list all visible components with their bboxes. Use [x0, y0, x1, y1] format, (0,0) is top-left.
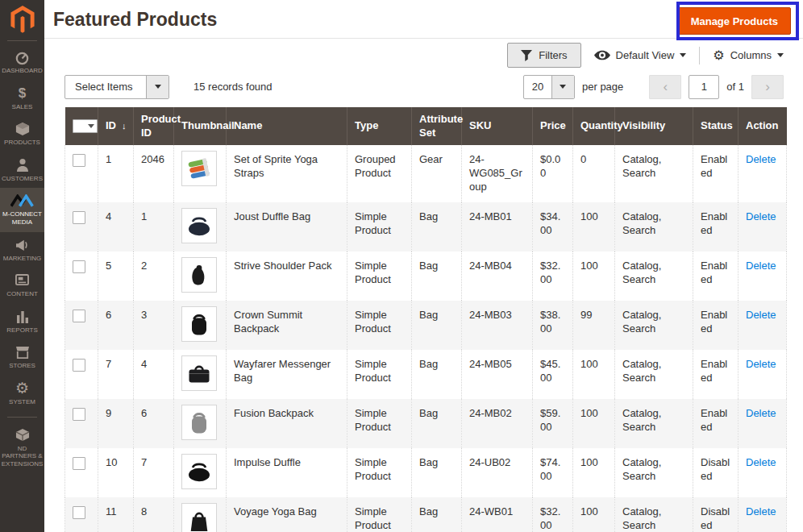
cell-product-id: 3 — [134, 301, 174, 350]
cell-name: Crown Summit Backpack — [227, 301, 347, 350]
chevron-down-icon — [680, 53, 686, 57]
sidebar-item-m-connect-media[interactable]: M-CONNECT MEDIA — [0, 188, 44, 231]
cell-attribute-set: Gear — [412, 145, 462, 202]
cell-attribute-set: Bag — [412, 301, 462, 350]
sidebar-item-nd-partners-extensions[interactable]: ND PARTNERS & EXTENSIONS — [0, 422, 44, 474]
next-page-button[interactable]: › — [751, 75, 784, 99]
products-grid: ID↓Product IDThumbnailNameTypeAttribute … — [64, 107, 787, 532]
column-header-visibility[interactable]: Visibility — [615, 107, 693, 145]
stores-icon — [15, 344, 30, 360]
column-header-attribute-set[interactable]: Attribute Set — [412, 107, 462, 145]
bulk-actions-select[interactable]: Select Items — [64, 75, 169, 99]
delete-link[interactable]: Delete — [746, 456, 776, 468]
cell-price: $59.00 — [533, 399, 573, 448]
cell-price: $34.00 — [533, 202, 573, 251]
columns-selector[interactable]: ⚙ Columns — [713, 49, 784, 62]
chevron-down-icon — [86, 124, 97, 128]
row-checkbox[interactable] — [73, 211, 85, 224]
delete-link[interactable]: Delete — [746, 407, 776, 419]
column-header-sku[interactable]: SKU — [462, 107, 533, 145]
delete-link[interactable]: Delete — [746, 309, 776, 321]
cell-product-id: 4 — [134, 350, 174, 399]
cell-visibility: Catalog, Search — [615, 399, 693, 448]
reports-icon — [16, 309, 29, 325]
cell-checkbox — [65, 301, 98, 350]
row-checkbox[interactable] — [73, 359, 85, 372]
dashboard-icon — [15, 49, 30, 65]
cell-thumbnail — [174, 448, 227, 497]
cell-visibility: Catalog, Search — [615, 350, 693, 399]
sidebar-item-marketing[interactable]: MARKETING — [0, 232, 44, 268]
sidebar-item-system[interactable]: ⚙ SYSTEM — [0, 376, 44, 412]
cell-id: 11 — [98, 497, 134, 532]
cell-thumbnail — [174, 145, 227, 202]
magento-logo-icon — [10, 6, 35, 35]
select-all-dropdown[interactable] — [73, 119, 98, 133]
delete-link[interactable]: Delete — [746, 358, 776, 370]
delete-link[interactable]: Delete — [746, 505, 776, 517]
previous-page-button[interactable]: ‹ — [649, 75, 681, 99]
cell-quantity: 100 — [573, 448, 615, 497]
column-header-price[interactable]: Price — [533, 107, 573, 145]
manage-products-button[interactable]: Manage Products — [678, 7, 791, 35]
cell-checkbox — [65, 399, 98, 448]
per-page-select[interactable]: 20 — [523, 75, 575, 99]
cell-price: $38.00 — [533, 301, 573, 350]
cell-id: 4 — [98, 202, 134, 251]
page-number-input[interactable] — [689, 75, 719, 99]
cell-id: 5 — [98, 251, 134, 301]
admin-sidebar: DASHBOARD $ SALES PRODUCTS CUSTOMERS M-C… — [0, 0, 44, 532]
column-header-status[interactable]: Status — [693, 107, 739, 145]
select-all-checkbox[interactable] — [73, 120, 86, 132]
column-header-name[interactable]: Name — [227, 107, 347, 145]
chevron-down-icon — [551, 76, 574, 98]
cell-name: Fusion Backpack — [227, 399, 347, 448]
product-thumbnail — [181, 306, 217, 342]
customers-icon — [16, 157, 29, 173]
row-checkbox[interactable] — [73, 506, 85, 519]
row-checkbox[interactable] — [73, 408, 85, 421]
sidebar-item-dashboard[interactable]: DASHBOARD — [0, 44, 44, 81]
cell-checkbox — [65, 202, 98, 251]
sidebar-item-sales[interactable]: $ SALES — [0, 81, 44, 117]
cell-type: Simple Product — [347, 202, 412, 251]
row-checkbox[interactable] — [73, 310, 85, 322]
row-checkbox[interactable] — [73, 457, 85, 470]
delete-link[interactable]: Delete — [746, 153, 776, 165]
view-selector[interactable]: Default View — [594, 49, 687, 61]
cell-name: Set of Sprite Yoga Straps — [227, 145, 347, 202]
cell-type: Grouped Product — [347, 145, 412, 202]
sidebar-item-content[interactable]: CONTENT — [0, 268, 44, 304]
delete-link[interactable]: Delete — [746, 210, 776, 222]
row-checkbox[interactable] — [73, 154, 85, 167]
product-thumbnail — [181, 503, 217, 532]
sidebar-item-customers[interactable]: CUSTOMERS — [0, 152, 44, 189]
cell-status: Enabled — [693, 350, 739, 399]
column-header-thumbnail[interactable]: Thumbnail — [174, 107, 227, 145]
cell-name: Joust Duffle Bag — [227, 202, 347, 251]
column-header-id[interactable]: ID↓ — [98, 107, 134, 145]
cell-attribute-set: Bag — [412, 202, 462, 251]
cell-action: Delete — [739, 251, 787, 301]
pagination-controls: 20 per page ‹ of 1 › — [523, 75, 784, 99]
marketing-icon — [15, 237, 30, 253]
sidebar-item-products[interactable]: PRODUCTS — [0, 116, 44, 152]
content-icon — [15, 272, 29, 289]
product-thumbnail — [181, 208, 217, 243]
sidebar-item-stores[interactable]: STORES — [0, 339, 44, 376]
column-header-type[interactable]: Type — [347, 107, 412, 145]
columns-label: Columns — [730, 49, 772, 61]
column-header-action[interactable]: Action — [739, 107, 787, 145]
sales-icon: $ — [19, 85, 26, 102]
cell-product-id: 2 — [134, 251, 174, 301]
cell-thumbnail — [174, 497, 227, 532]
row-checkbox[interactable] — [73, 260, 85, 273]
magento-logo[interactable] — [0, 0, 44, 40]
cell-price: $45.00 — [533, 350, 573, 399]
cell-action: Delete — [739, 202, 787, 251]
filters-button[interactable]: Filters — [507, 43, 580, 68]
delete-link[interactable]: Delete — [746, 260, 776, 272]
column-header-quantity[interactable]: Quantity — [573, 107, 615, 145]
sidebar-item-reports[interactable]: REPORTS — [0, 304, 44, 340]
column-header-product-id[interactable]: Product ID — [134, 107, 174, 145]
